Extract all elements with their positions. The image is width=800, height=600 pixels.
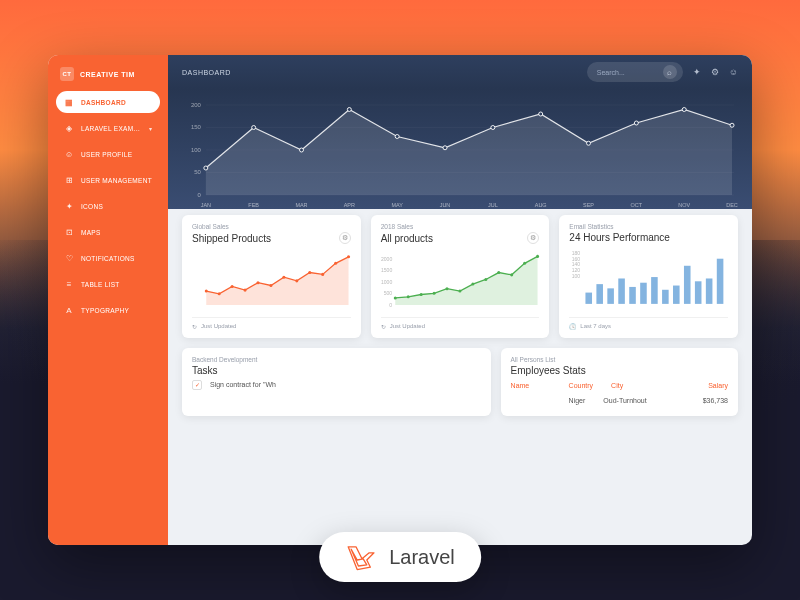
sidebar-item-dashboard[interactable]: ▦ DASHBOARD (56, 91, 160, 113)
svg-rect-79 (706, 278, 713, 303)
svg-point-14 (395, 135, 399, 139)
main-content: DASHBOARD ⌕ ✦ ⚙ ☺ 050100150200JANFEBMARA… (168, 55, 752, 545)
card-footer: Just Updated (390, 323, 425, 329)
svg-text:1000: 1000 (381, 279, 392, 285)
card-subtitle: Backend Development (192, 356, 481, 363)
clock-icon: 🕓 (569, 323, 576, 330)
app-window: CT CREATIVE TIM ▦ DASHBOARD ◈ LARAVEL EX… (48, 55, 752, 545)
card-title: All products (381, 233, 433, 244)
svg-text:JUL: JUL (488, 202, 498, 208)
svg-rect-80 (717, 259, 724, 304)
svg-point-38 (256, 281, 259, 284)
sidebar-item-label: DASHBOARD (81, 99, 152, 106)
svg-point-19 (634, 121, 638, 125)
svg-text:JAN: JAN (201, 202, 211, 208)
table-header: Name Country City Salary (511, 376, 728, 393)
card-subtitle: 2018 Sales (381, 223, 540, 230)
svg-text:1500: 1500 (381, 267, 392, 273)
hero-line-chart: 050100150200JANFEBMARAPRMAYJUNJULAUGSEPO… (182, 97, 738, 209)
svg-rect-78 (695, 281, 702, 304)
svg-point-43 (321, 273, 324, 276)
lower-row: Backend Development Tasks ✓ Sign contrac… (168, 348, 752, 430)
svg-point-42 (308, 271, 311, 274)
gear-icon[interactable]: ⚙ (527, 232, 539, 244)
checkbox[interactable]: ✓ (192, 380, 202, 390)
stats-icon[interactable]: ✦ (693, 67, 701, 77)
topbar-actions: ✦ ⚙ ☺ (693, 67, 738, 77)
svg-text:OCT: OCT (631, 202, 643, 208)
svg-text:0: 0 (198, 192, 202, 198)
search-box[interactable]: ⌕ (587, 62, 683, 82)
svg-point-62 (536, 255, 539, 258)
svg-point-56 (458, 290, 461, 293)
list-icon: ≡ (64, 279, 74, 289)
badge-text: Laravel (389, 546, 455, 569)
svg-text:200: 200 (191, 102, 202, 108)
table-row: Niger Oud-Turnhout $36,738 (511, 393, 728, 408)
sidebar-item-user-profile[interactable]: ☺ USER PROFILE (56, 143, 160, 165)
sidebar-item-label: TYPOGRAPHY (81, 307, 152, 314)
svg-point-18 (587, 141, 591, 145)
sidebar-item-icons[interactable]: ✦ ICONS (56, 195, 160, 217)
sidebar: CT CREATIVE TIM ▦ DASHBOARD ◈ LARAVEL EX… (48, 55, 168, 545)
svg-text:120: 120 (572, 267, 581, 273)
search-icon[interactable]: ⌕ (663, 65, 677, 79)
sparkle-icon: ✦ (64, 201, 74, 211)
sidebar-item-notifications[interactable]: ♡ NOTIFICATIONS (56, 247, 160, 269)
svg-point-17 (539, 112, 543, 116)
svg-text:180: 180 (572, 250, 581, 256)
svg-text:AUG: AUG (535, 202, 547, 208)
svg-point-52 (406, 295, 409, 298)
svg-point-12 (300, 148, 304, 152)
card-24h-performance: Email Statistics 24 Hours Performance 10… (559, 215, 738, 338)
svg-text:MAR: MAR (295, 202, 307, 208)
email-bar-chart: 100120140160180 (567, 249, 730, 308)
th-salary: Salary (708, 382, 728, 389)
th-city: City (611, 382, 623, 389)
laravel-badge: Laravel (319, 532, 481, 582)
gear-icon[interactable]: ⚙ (339, 232, 351, 244)
svg-point-59 (497, 271, 500, 274)
sidebar-item-user-management[interactable]: ⊞ USER MANAGEMENT (56, 169, 160, 191)
th-country: Country (569, 382, 594, 389)
svg-text:APR: APR (344, 202, 355, 208)
svg-rect-74 (651, 277, 658, 304)
card-subtitle: All Persons List (511, 356, 728, 363)
user-menu-icon[interactable]: ☺ (729, 67, 738, 77)
svg-rect-69 (597, 284, 604, 304)
card-title: Shipped Products (192, 233, 271, 244)
svg-text:SEP: SEP (583, 202, 594, 208)
svg-rect-76 (673, 286, 680, 304)
svg-point-55 (445, 287, 448, 290)
svg-rect-68 (586, 293, 593, 304)
card-subtitle: Global Sales (192, 223, 351, 230)
svg-point-36 (231, 285, 234, 288)
page-title: DASHBOARD (182, 69, 577, 76)
svg-point-13 (347, 108, 351, 112)
th-name: Name (511, 382, 551, 389)
stat-cards-row: Global Sales Shipped Products ⚙ ↻Just Up… (168, 205, 752, 348)
svg-point-10 (204, 166, 208, 170)
sidebar-item-typography[interactable]: A TYPOGRAPHY (56, 299, 160, 321)
sidebar-item-table-list[interactable]: ≡ TABLE LIST (56, 273, 160, 295)
svg-point-20 (682, 108, 686, 112)
sidebar-item-label: NOTIFICATIONS (81, 255, 152, 262)
svg-text:100: 100 (191, 147, 202, 153)
map-icon: ⊡ (64, 227, 74, 237)
svg-text:FEB: FEB (248, 202, 259, 208)
refresh-icon: ↻ (192, 323, 197, 330)
svg-text:140: 140 (572, 261, 581, 267)
refresh-icon: ↻ (381, 323, 386, 330)
svg-rect-77 (684, 266, 691, 304)
cell-salary: $36,738 (703, 397, 728, 404)
globe-icon[interactable]: ⚙ (711, 67, 719, 77)
svg-point-54 (432, 292, 435, 295)
search-input[interactable] (597, 69, 657, 76)
svg-point-11 (252, 126, 256, 130)
svg-point-39 (269, 284, 272, 287)
user-icon: ☺ (64, 149, 74, 159)
laravel-icon: ◈ (64, 123, 74, 133)
card-footer: Last 7 days (580, 323, 611, 329)
sidebar-item-laravel-examples[interactable]: ◈ LARAVEL EXAMPLES ▾ (56, 117, 160, 139)
sidebar-item-maps[interactable]: ⊡ MAPS (56, 221, 160, 243)
